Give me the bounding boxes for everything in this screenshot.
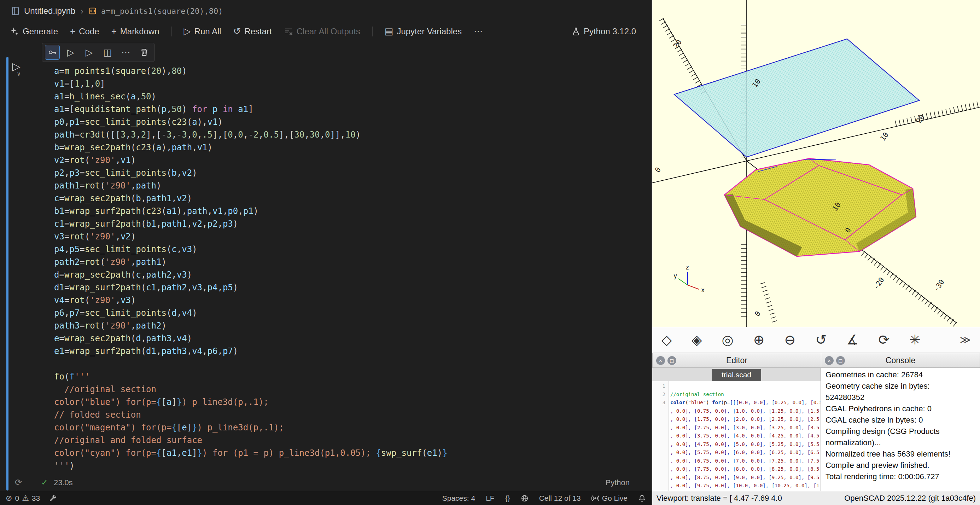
line-number: 2 bbox=[652, 390, 665, 399]
go-live-button[interactable]: Go Live bbox=[592, 494, 627, 502]
measure-angle-icon[interactable]: ∡ bbox=[846, 333, 858, 347]
code-line: p4,p5=sec_limit_points(c,v3) bbox=[54, 243, 447, 256]
code-line: v4=rot('z90',v3) bbox=[54, 294, 447, 307]
run-above-button[interactable]: ▷ bbox=[82, 45, 97, 60]
indentation-status[interactable]: Spaces: 4 bbox=[442, 494, 475, 502]
jupyter-variables-button[interactable]: ▤ Jupyter Variables bbox=[385, 26, 462, 37]
clear-all-outputs-button[interactable]: Clear All Outputs bbox=[284, 27, 360, 37]
editor-panel-title: Editor bbox=[726, 356, 748, 365]
split-cell-button[interactable]: ◫ bbox=[100, 45, 115, 60]
console-panel-header: × ◻ Console bbox=[821, 353, 980, 368]
folded-object bbox=[724, 158, 916, 256]
play-icon: ▷ bbox=[8, 61, 24, 72]
axis-tick-label: 0 bbox=[752, 309, 762, 318]
scad-code-line: , 0.0], [5.75, 0.0], [6.0, 0.0], [6.25, … bbox=[670, 448, 821, 457]
zoom-to-fit-icon[interactable]: ◎ bbox=[722, 333, 733, 347]
code-line: b=wrap_sec2path(c23(a),path,v1) bbox=[54, 141, 447, 154]
console-undock-button[interactable]: ◻ bbox=[836, 356, 845, 365]
wrench-icon[interactable] bbox=[49, 494, 57, 502]
cell-key-button[interactable] bbox=[45, 45, 60, 60]
more-actions-button[interactable]: ⋯ bbox=[474, 26, 483, 37]
viewport-toolbar: ◇◈◎⊕⊖↺∡⟳✳≫ bbox=[652, 327, 980, 353]
axis-tick-label: 0 bbox=[653, 166, 662, 174]
console-close-button[interactable]: × bbox=[825, 356, 834, 365]
axis-tick-label: 20 bbox=[914, 113, 926, 125]
problems-indicator[interactable]: ⊘ 0 ⚠ 33 bbox=[6, 494, 40, 503]
globe-icon[interactable] bbox=[521, 494, 528, 502]
restart-kernel-button[interactable]: ↺ Restart bbox=[233, 26, 272, 37]
rotate-view-icon[interactable]: ⟳ bbox=[878, 333, 889, 347]
console-output[interactable]: Geometries in cache: 26784Geometry cache… bbox=[822, 368, 980, 491]
cell-language[interactable]: Python bbox=[606, 478, 630, 487]
scad-code-line bbox=[670, 382, 821, 390]
line-number: 1 bbox=[652, 382, 665, 390]
notebook-cell: ▷ ∨ ▷ ▷ ◫ ⋯ a=m_points1(s bbox=[0, 41, 652, 491]
code-line: ''') bbox=[54, 459, 447, 472]
gizmo-x-label: x bbox=[701, 287, 705, 293]
cell-focus-bar bbox=[6, 57, 8, 491]
panel-headers: × ◻ Editor × ◻ Console bbox=[652, 353, 980, 368]
run-cell-button[interactable]: ▷ ∨ bbox=[8, 61, 24, 76]
eol-status[interactable]: LF bbox=[486, 494, 495, 502]
viewport-canvas: 2010010201000-20-30 z x y bbox=[652, 0, 980, 327]
breadcrumb-file[interactable]: Untitled.ipynb bbox=[24, 6, 75, 16]
line-number-gutter: 123 bbox=[652, 381, 668, 491]
breadcrumb-cell[interactable]: a=m_points1(square(20),80) bbox=[101, 7, 223, 16]
variables-icon: ▤ bbox=[385, 26, 393, 37]
bell-icon[interactable] bbox=[638, 494, 646, 502]
code-line: color("blue") for(p={[a]}) p_line3d(p,.1… bbox=[54, 396, 447, 408]
language-mode-status[interactable]: {} bbox=[505, 494, 510, 502]
scad-code-line: , 0.0], [9.75, 0.0], [10.0, 0.0], [10.25… bbox=[670, 482, 821, 490]
clear-outputs-icon bbox=[284, 27, 293, 36]
tab-trial-scad[interactable]: trial.scad bbox=[712, 369, 761, 381]
editor-close-button[interactable]: × bbox=[656, 356, 665, 365]
sync-icon[interactable]: ⟳ bbox=[15, 478, 22, 487]
scad-code-line: , 0.0], [4.75, 0.0], [5.0, 0.0], [5.25, … bbox=[670, 440, 821, 449]
add-markdown-cell-button[interactable]: + Markdown bbox=[111, 26, 159, 37]
code-line: c1=wrap_surf2path(b1,path1,v2,p2,p3) bbox=[54, 218, 447, 230]
3d-viewport[interactable]: 2010010201000-20-30 z x y bbox=[652, 0, 980, 327]
code-line: //original section bbox=[54, 383, 447, 396]
code-line: color("magenta") for(p={[e]}) p_line3d(p… bbox=[54, 421, 447, 434]
console-line: CGAL Polyhedrons in cache: 0 bbox=[826, 403, 970, 414]
reset-view-icon[interactable]: ↺ bbox=[815, 333, 827, 347]
view-wireframe-icon[interactable]: ◇ bbox=[662, 333, 672, 347]
code-line: path2=rot('z90',path1) bbox=[54, 256, 447, 268]
run-below-button[interactable]: ▷ bbox=[63, 45, 78, 60]
cell-code-editor[interactable]: a=m_points1(square(20),80)v1=[1,1,0]a1=h… bbox=[54, 65, 447, 472]
scad-code-editor[interactable]: 123 //original sectioncolor("blue") for(… bbox=[652, 381, 821, 491]
delete-cell-button[interactable] bbox=[137, 45, 152, 60]
editor-tabbar: trial.scad bbox=[652, 368, 821, 381]
generate-button[interactable]: Generate bbox=[10, 27, 58, 37]
play-icon: ▷ bbox=[67, 47, 74, 58]
key-icon bbox=[48, 48, 57, 57]
code-line: v1=[1,1,0] bbox=[54, 78, 447, 90]
console-line: Total rendering time: 0:00:06.727 bbox=[826, 471, 970, 483]
split-icon: ◫ bbox=[103, 47, 112, 58]
line-number: 3 bbox=[652, 398, 665, 407]
console-line: Geometry cache size in bytes: 524280352 bbox=[826, 381, 970, 403]
broadcast-icon bbox=[592, 494, 599, 502]
run-all-button[interactable]: ▷ Run All bbox=[184, 26, 221, 37]
cell-toolbar: ▷ ▷ ◫ ⋯ bbox=[42, 43, 155, 62]
code-line: p0,p1=sec_limit_points(c23(a),v1) bbox=[54, 116, 447, 128]
zoom-out-icon[interactable]: ⊖ bbox=[784, 333, 795, 347]
add-code-cell-button[interactable]: + Code bbox=[70, 26, 99, 37]
restart-icon: ↺ bbox=[233, 26, 241, 37]
cell-more-actions-button[interactable]: ⋯ bbox=[118, 45, 133, 60]
editor-undock-button[interactable]: ◻ bbox=[668, 356, 676, 365]
scad-code-line: , 0.0], [1.75, 0.0], [2.0, 0.0], [2.25, … bbox=[670, 415, 821, 424]
zoom-in-icon[interactable]: ⊕ bbox=[753, 333, 765, 347]
breadcrumb-separator: › bbox=[80, 6, 84, 17]
view-axes-icon[interactable]: ✳ bbox=[909, 333, 921, 347]
code-line: p2,p3=sec_limit_points(b,v2) bbox=[54, 167, 447, 179]
console-line: Normalized tree has 5639 elements! bbox=[826, 448, 970, 460]
cell-position-status[interactable]: Cell 12 of 13 bbox=[539, 494, 581, 502]
toolbar-expand-icon[interactable]: ≫ bbox=[960, 335, 971, 345]
console-line: Compiling design (CSG Products normaliza… bbox=[826, 426, 970, 448]
scad-code-line: //original section bbox=[670, 390, 821, 399]
viewport-status: Viewport: translate = [ 4.47 -7.69 4.0 bbox=[657, 494, 782, 503]
code-line: path3=rot('z90',path2) bbox=[54, 319, 447, 332]
kernel-picker[interactable]: Python 3.12.0 bbox=[572, 27, 652, 37]
view-surfaces-icon[interactable]: ◈ bbox=[692, 333, 702, 347]
